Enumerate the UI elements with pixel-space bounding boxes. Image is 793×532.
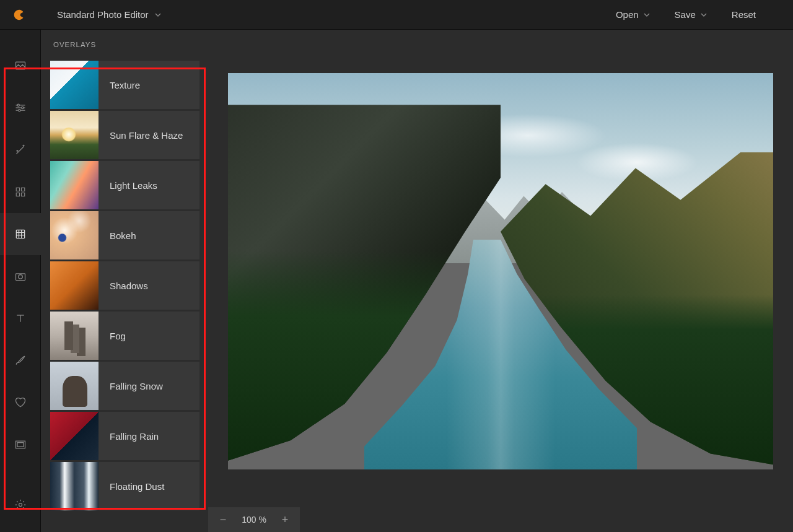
overlays-icon: [14, 228, 27, 240]
overlay-label: Falling Rain: [99, 431, 159, 442]
crop-tool[interactable]: [0, 255, 41, 297]
chevron-down-icon: [644, 12, 650, 18]
overlay-item[interactable]: Light Leaks: [50, 161, 199, 209]
reset-button[interactable]: Reset: [732, 9, 756, 20]
overlay-label: Fog: [99, 331, 126, 341]
zoom-bar: − 100 % +: [208, 507, 300, 532]
svg-rect-8: [21, 188, 24, 191]
chevron-down-icon: [701, 12, 707, 18]
overlay-label: Shadows: [99, 281, 148, 291]
save-label: Save: [675, 9, 696, 20]
image-tool[interactable]: [0, 45, 41, 87]
sliders-icon: [14, 102, 27, 114]
reset-label: Reset: [732, 9, 756, 20]
overlay-item[interactable]: Falling Snow: [50, 362, 199, 410]
overlay-label: Falling Snow: [99, 381, 163, 391]
svg-rect-10: [21, 193, 24, 196]
overlays-tool[interactable]: [0, 213, 41, 255]
heart-icon: [14, 396, 27, 409]
overlay-item[interactable]: Falling Rain: [50, 412, 199, 460]
panel-title: OVERLAYS: [41, 41, 208, 61]
overlay-thumb: [50, 462, 99, 510]
overlay-label: Texture: [99, 80, 140, 90]
side-panel: OVERLAYS TextureSun Flare & HazeLight Le…: [41, 30, 208, 532]
svg-rect-21: [17, 443, 24, 447]
top-actions: Open Save Reset: [616, 9, 781, 20]
adjust-tool[interactable]: [0, 87, 41, 129]
overlay-item[interactable]: Bokeh: [50, 211, 199, 259]
canvas-area: − 100 % +: [208, 30, 793, 532]
main: OVERLAYS TextureSun Flare & HazeLight Le…: [0, 30, 793, 532]
svg-point-22: [19, 504, 22, 507]
svg-point-5: [21, 107, 23, 108]
overlay-item[interactable]: Fog: [50, 312, 199, 360]
frames-icon: [14, 438, 27, 451]
zoom-in-button[interactable]: +: [279, 513, 291, 526]
app-logo: [12, 8, 26, 22]
svg-rect-7: [16, 188, 19, 191]
overlay-thumb: [50, 362, 99, 410]
draw-tool[interactable]: [0, 339, 41, 382]
overlay-thumb: [50, 312, 99, 360]
canvas-viewport[interactable]: [208, 30, 793, 532]
zoom-out-button[interactable]: −: [217, 513, 229, 526]
camera-icon: [14, 270, 27, 282]
mode-label: Standard Photo Editor: [57, 9, 149, 20]
elements-tool[interactable]: [0, 171, 41, 213]
photo-canvas[interactable]: [228, 73, 773, 469]
open-button[interactable]: Open: [616, 9, 650, 20]
zoom-value: 100 %: [240, 515, 268, 525]
overlay-item[interactable]: Texture: [50, 61, 199, 109]
svg-point-6: [18, 110, 20, 111]
overlay-list: TextureSun Flare & HazeLight LeaksBokehS…: [41, 61, 208, 510]
grid-icon: [15, 186, 26, 198]
svg-rect-9: [16, 193, 19, 196]
topbar: Standard Photo Editor Open Save Reset: [0, 0, 793, 30]
svg-point-17: [18, 275, 22, 279]
overlay-item[interactable]: Sun Flare & Haze: [50, 111, 199, 159]
image-icon: [14, 59, 27, 72]
effects-tool[interactable]: [0, 129, 41, 171]
chevron-down-icon: [155, 12, 161, 18]
overlay-thumb: [50, 412, 99, 460]
frames-tool[interactable]: [0, 424, 41, 466]
svg-rect-11: [16, 230, 24, 238]
overlay-label: Sun Flare & Haze: [99, 130, 183, 141]
save-button[interactable]: Save: [675, 9, 707, 20]
mode-dropdown[interactable]: Standard Photo Editor: [57, 9, 161, 20]
toolstrip: [0, 30, 41, 532]
overlay-label: Floating Dust: [99, 481, 164, 492]
open-label: Open: [616, 9, 639, 20]
overlay-thumb: [50, 61, 99, 109]
overlay-thumb: [50, 111, 99, 159]
overlay-thumb: [50, 211, 99, 259]
svg-point-4: [17, 104, 19, 106]
wand-icon: [14, 144, 27, 156]
overlay-label: Bokeh: [99, 230, 136, 241]
overlay-thumb: [50, 161, 99, 209]
text-tool[interactable]: [0, 297, 41, 339]
overlay-item[interactable]: Floating Dust: [50, 462, 199, 510]
favorites-tool[interactable]: [0, 382, 41, 424]
text-icon: [14, 312, 27, 325]
overlay-item[interactable]: Shadows: [50, 261, 199, 310]
settings-tool[interactable]: [0, 484, 41, 526]
overlay-label: Light Leaks: [99, 180, 157, 191]
gear-icon: [14, 499, 27, 511]
brush-icon: [14, 354, 27, 367]
overlay-thumb: [50, 261, 99, 310]
